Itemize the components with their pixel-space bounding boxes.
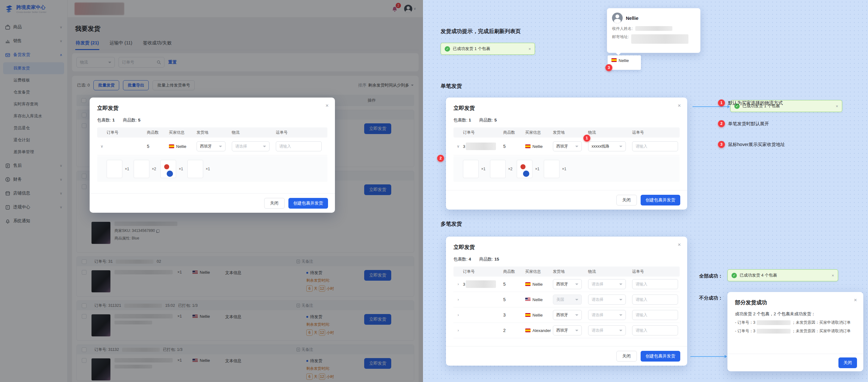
success-toast: ✓ 已成功发货 4 个包裹 × bbox=[727, 269, 838, 281]
multi-ship-dialog: 立即发货 × 包裹数:4 商品数:15 订单号 商品数 买家信息 发货地 物流 … bbox=[446, 237, 687, 365]
us-flag-icon bbox=[525, 298, 531, 301]
chevron-down-icon bbox=[219, 146, 222, 147]
failed-order-line: - 订单号：3 ；未发货原因：买家申请取消订单 bbox=[735, 328, 856, 334]
success-toast: ✓ 已成功发货 1 个包裹 × bbox=[441, 43, 535, 55]
spain-flag-icon bbox=[525, 313, 531, 317]
logistics-select[interactable]: 请选择 bbox=[588, 279, 626, 289]
close-button[interactable]: 关闭 bbox=[616, 195, 637, 205]
close-button[interactable]: 关闭 bbox=[264, 198, 285, 209]
close-icon[interactable]: × bbox=[829, 104, 838, 109]
close-icon[interactable]: × bbox=[326, 102, 329, 109]
annotation-1: 1 默认为买家选择的物流方式 bbox=[718, 99, 783, 106]
logistics-select[interactable]: 请选择 bbox=[588, 295, 626, 304]
spain-flag-icon bbox=[525, 328, 531, 332]
annotation-marker-2: 2 bbox=[718, 120, 725, 127]
address-label: 邮寄地址: bbox=[612, 34, 629, 40]
package-items-strip: ×1 ×2 ×1 ×1 bbox=[454, 156, 680, 182]
annotation-marker-2: 2 bbox=[437, 155, 444, 162]
item-count: 5 bbox=[138, 118, 141, 122]
annotation-marker-3: 3 bbox=[718, 141, 725, 148]
censored-order-id bbox=[466, 281, 496, 288]
origin-select[interactable]: 西班牙 bbox=[553, 279, 582, 289]
origin-select[interactable]: 美国 bbox=[553, 295, 582, 304]
create-package-ship-button[interactable]: 创建包裹并发货 bbox=[288, 198, 328, 209]
chevron-down-icon bbox=[619, 299, 622, 300]
screenshot-stage: 跨境卖家中心 Cross-border Seller Center 商品 ∨ 销… bbox=[0, 0, 868, 382]
censored-address bbox=[631, 34, 688, 44]
failed-order-line: - 订单号：3 ；未发货原因：买家申请取消订单 bbox=[735, 320, 856, 325]
waybill-input[interactable]: 请输入 bbox=[632, 279, 678, 289]
item-qty: 5 bbox=[503, 297, 525, 302]
expand-icon[interactable]: › bbox=[454, 328, 463, 332]
chevron-down-icon bbox=[575, 284, 578, 285]
seller-center-app: 跨境卖家中心 Cross-border Seller Center 商品 ∨ 销… bbox=[0, 0, 423, 382]
recipient-label: 收件人姓名: bbox=[612, 26, 633, 31]
dialog-title: 立即发货 bbox=[454, 105, 680, 112]
buyer-cell: Alexander bbox=[525, 328, 553, 333]
annotation-3: 3 鼠标hover展示买家收货地址 bbox=[718, 141, 785, 148]
waybill-input[interactable]: 请输入 bbox=[632, 325, 678, 335]
close-icon[interactable]: × bbox=[522, 47, 531, 51]
buyer-address-hover-card: Nellie 收件人姓名: 邮寄地址: bbox=[607, 8, 701, 53]
buyer-cell: Nellie bbox=[525, 313, 553, 318]
waybill-input[interactable]: 请输入 bbox=[632, 295, 678, 304]
logistics-select[interactable]: 请选择 bbox=[232, 141, 270, 151]
origin-select[interactable]: 西班牙 bbox=[553, 141, 582, 151]
annotation-marker-1: 1 bbox=[718, 99, 725, 106]
create-package-ship-button[interactable]: 创建包裹并发货 bbox=[641, 351, 681, 361]
origin-select[interactable]: 西班牙 bbox=[196, 141, 225, 151]
buyer-name: Nellie bbox=[619, 58, 629, 63]
item-count-label: 商品数: bbox=[123, 118, 137, 122]
expand-icon[interactable]: › bbox=[454, 297, 463, 302]
flow-arrow bbox=[690, 356, 725, 357]
waybill-input[interactable]: 请输入 bbox=[276, 141, 322, 151]
product-thumbnail bbox=[490, 160, 506, 178]
dialog-table-header: 订单号 商品数 买家信息 发货地 物流 运单号 bbox=[97, 127, 328, 138]
buyer-cell: Nellie bbox=[525, 297, 553, 302]
censored-recipient bbox=[635, 26, 672, 31]
chevron-down-icon bbox=[263, 146, 266, 147]
expand-icon[interactable]: › bbox=[454, 313, 463, 317]
waybill-input[interactable]: 请输入 bbox=[632, 310, 678, 320]
expand-icon[interactable]: › bbox=[454, 282, 463, 286]
collapse-icon[interactable]: ∨ bbox=[97, 144, 106, 149]
chevron-down-icon bbox=[619, 284, 622, 285]
single-ship-dialog: 立即发货 × 包裹数:1 商品数:5 订单号 商品数 买家信息 发货地 物流 运… bbox=[446, 97, 687, 210]
spec-heading-toast: 发货成功提示，完成后刷新列表页 bbox=[441, 28, 521, 35]
origin-select[interactable]: 西班牙 bbox=[553, 325, 582, 335]
annotation-marker-3: 3 bbox=[606, 64, 612, 71]
item-qty: 5 bbox=[503, 144, 525, 149]
close-icon[interactable]: × bbox=[854, 297, 857, 303]
product-thumbnail bbox=[106, 160, 122, 178]
close-icon[interactable]: × bbox=[678, 102, 681, 109]
product-thumbnail bbox=[463, 160, 479, 178]
buyer-avatar-icon bbox=[612, 12, 623, 23]
package-count: 1 bbox=[112, 118, 115, 122]
partial-success-label: 不分成功： bbox=[699, 295, 723, 301]
waybill-input[interactable]: 请输入 bbox=[632, 141, 678, 151]
logistics-select[interactable]: 请选择 bbox=[588, 325, 626, 335]
partial-summary: 成功发货 2 个包裹，2 个包裹未成功发货： bbox=[735, 311, 856, 317]
logistics-select[interactable]: xxxxx线路 bbox=[588, 141, 626, 151]
close-icon[interactable]: × bbox=[678, 242, 681, 248]
spec-heading-multi: 多笔发货 bbox=[441, 220, 462, 228]
item-qty: 5 bbox=[147, 144, 169, 149]
origin-select[interactable]: 西班牙 bbox=[553, 310, 582, 320]
collapse-icon[interactable]: ∨ bbox=[454, 144, 463, 149]
product-thumbnail bbox=[544, 160, 559, 178]
partial-success-dialog: 部分发货成功 × 成功发货 2 个包裹，2 个包裹未成功发货： - 订单号：3 … bbox=[727, 292, 863, 371]
chevron-down-icon bbox=[575, 314, 578, 316]
dialog-table-header: 订单号 商品数 买家信息 发货地 物流 运单号 bbox=[454, 127, 680, 138]
create-package-ship-button[interactable]: 创建包裹并发货 bbox=[641, 195, 681, 205]
censored-order-id bbox=[466, 143, 496, 150]
close-button[interactable]: 关闭 bbox=[616, 351, 637, 361]
logistics-select[interactable]: 请选择 bbox=[588, 310, 626, 320]
design-spec-panel: 发货成功提示，完成后刷新列表页 ✓ 已成功发货 1 个包裹 × Nellie 收… bbox=[423, 0, 868, 382]
dialog-order-row: › 3 5 Nellie 西班牙 请选择 请输入 bbox=[454, 276, 680, 292]
spain-flag-icon bbox=[525, 282, 531, 286]
chevron-down-icon bbox=[619, 314, 622, 316]
close-button[interactable]: 关闭 bbox=[838, 357, 857, 368]
buyer-chip: Nellie bbox=[608, 55, 641, 70]
close-icon[interactable]: × bbox=[825, 273, 834, 278]
censored-order-id bbox=[757, 320, 790, 325]
